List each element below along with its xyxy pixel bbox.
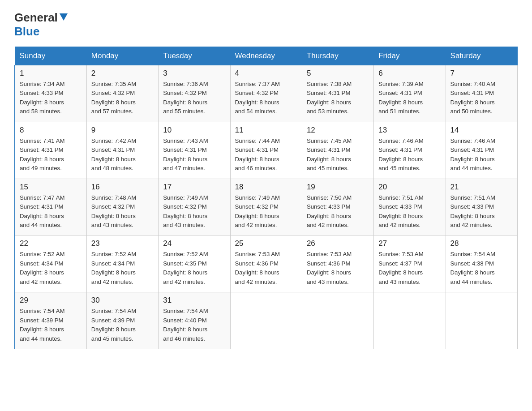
day-cell: 27 Sunrise: 7:53 AMSunset: 4:37 PMDaylig… — [374, 235, 446, 292]
day-info: Sunrise: 7:53 AMSunset: 4:37 PMDaylight:… — [378, 250, 441, 287]
day-info: Sunrise: 7:54 AMSunset: 4:39 PMDaylight:… — [20, 307, 82, 343]
day-info: Sunrise: 7:39 AMSunset: 4:31 PMDaylight:… — [378, 80, 441, 116]
day-info: Sunrise: 7:54 AMSunset: 4:40 PMDaylight:… — [163, 307, 225, 343]
day-cell: 1 Sunrise: 7:34 AMSunset: 4:33 PMDayligh… — [15, 65, 86, 122]
week-row-2: 8 Sunrise: 7:41 AMSunset: 4:31 PMDayligh… — [15, 122, 518, 179]
day-cell: 15 Sunrise: 7:47 AMSunset: 4:31 PMDaylig… — [15, 179, 86, 235]
day-cell: 20 Sunrise: 7:51 AMSunset: 4:33 PMDaylig… — [374, 179, 446, 235]
day-number: 18 — [235, 183, 297, 192]
header-thursday: Thursday — [302, 47, 373, 65]
day-cell: 13 Sunrise: 7:46 AMSunset: 4:31 PMDaylig… — [374, 122, 446, 179]
day-info: Sunrise: 7:45 AMSunset: 4:31 PMDaylight:… — [307, 137, 369, 173]
day-cell: 19 Sunrise: 7:50 AMSunset: 4:33 PMDaylig… — [302, 179, 373, 235]
day-cell: 21 Sunrise: 7:51 AMSunset: 4:33 PMDaylig… — [446, 179, 517, 235]
day-cell: 17 Sunrise: 7:49 AMSunset: 4:32 PMDaylig… — [159, 179, 230, 235]
day-number: 1 — [20, 69, 82, 78]
day-info: Sunrise: 7:38 AMSunset: 4:31 PMDaylight:… — [307, 80, 369, 116]
day-number: 21 — [450, 183, 513, 192]
day-cell: 25 Sunrise: 7:53 AMSunset: 4:36 PMDaylig… — [230, 235, 302, 292]
day-info: Sunrise: 7:50 AMSunset: 4:33 PMDaylight:… — [307, 193, 369, 230]
day-cell: 8 Sunrise: 7:41 AMSunset: 4:31 PMDayligh… — [15, 122, 86, 179]
day-info: Sunrise: 7:37 AMSunset: 4:32 PMDaylight:… — [235, 80, 297, 116]
day-cell: 7 Sunrise: 7:40 AMSunset: 4:31 PMDayligh… — [446, 65, 517, 122]
week-row-4: 22 Sunrise: 7:52 AMSunset: 4:34 PMDaylig… — [15, 235, 518, 292]
day-info: Sunrise: 7:34 AMSunset: 4:33 PMDaylight:… — [20, 80, 82, 116]
day-cell — [446, 292, 517, 349]
day-number: 28 — [450, 239, 513, 248]
day-number: 2 — [91, 69, 154, 78]
day-number: 23 — [91, 239, 154, 248]
day-cell: 11 Sunrise: 7:44 AMSunset: 4:31 PMDaylig… — [230, 122, 302, 179]
header-friday: Friday — [374, 47, 446, 65]
calendar-header-row: SundayMondayTuesdayWednesdayThursdayFrid… — [15, 47, 518, 65]
day-info: Sunrise: 7:48 AMSunset: 4:32 PMDaylight:… — [91, 193, 154, 230]
day-cell: 30 Sunrise: 7:54 AMSunset: 4:39 PMDaylig… — [86, 292, 158, 349]
day-number: 30 — [91, 296, 154, 305]
day-info: Sunrise: 7:46 AMSunset: 4:31 PMDaylight:… — [378, 137, 441, 173]
day-number: 13 — [378, 126, 441, 135]
day-number: 22 — [20, 239, 82, 248]
header-sunday: Sunday — [15, 47, 86, 65]
day-info: Sunrise: 7:54 AMSunset: 4:38 PMDaylight:… — [450, 250, 513, 287]
calendar-body: 1 Sunrise: 7:34 AMSunset: 4:33 PMDayligh… — [15, 65, 518, 349]
header-monday: Monday — [86, 47, 158, 65]
day-info: Sunrise: 7:44 AMSunset: 4:31 PMDaylight:… — [235, 137, 297, 173]
logo-blue-text: Blue — [14, 25, 39, 38]
day-info: Sunrise: 7:42 AMSunset: 4:31 PMDaylight:… — [91, 137, 154, 173]
day-info: Sunrise: 7:43 AMSunset: 4:31 PMDaylight:… — [163, 137, 225, 173]
week-row-3: 15 Sunrise: 7:47 AMSunset: 4:31 PMDaylig… — [15, 179, 518, 235]
day-info: Sunrise: 7:36 AMSunset: 4:32 PMDaylight:… — [163, 80, 225, 116]
day-cell — [230, 292, 302, 349]
day-info: Sunrise: 7:53 AMSunset: 4:36 PMDaylight:… — [235, 250, 297, 287]
day-number: 17 — [163, 183, 225, 192]
week-row-1: 1 Sunrise: 7:34 AMSunset: 4:33 PMDayligh… — [15, 65, 518, 122]
day-number: 3 — [163, 69, 225, 78]
day-cell — [374, 292, 446, 349]
logo: General Blue — [14, 11, 69, 39]
day-number: 24 — [163, 239, 225, 248]
day-number: 4 — [235, 69, 297, 78]
day-number: 15 — [20, 183, 82, 192]
day-number: 14 — [450, 126, 513, 135]
day-number: 31 — [163, 296, 225, 305]
day-info: Sunrise: 7:49 AMSunset: 4:32 PMDaylight:… — [163, 193, 225, 230]
day-info: Sunrise: 7:41 AMSunset: 4:31 PMDaylight:… — [20, 137, 82, 173]
day-number: 8 — [20, 126, 82, 135]
day-info: Sunrise: 7:52 AMSunset: 4:34 PMDaylight:… — [20, 250, 82, 287]
day-info: Sunrise: 7:53 AMSunset: 4:36 PMDaylight:… — [307, 250, 369, 287]
day-number: 29 — [20, 296, 82, 305]
day-cell: 23 Sunrise: 7:52 AMSunset: 4:34 PMDaylig… — [86, 235, 158, 292]
day-info: Sunrise: 7:52 AMSunset: 4:34 PMDaylight:… — [91, 250, 154, 287]
day-info: Sunrise: 7:52 AMSunset: 4:35 PMDaylight:… — [163, 250, 225, 287]
day-number: 26 — [307, 239, 369, 248]
day-number: 27 — [378, 239, 441, 248]
day-info: Sunrise: 7:51 AMSunset: 4:33 PMDaylight:… — [450, 193, 513, 230]
day-info: Sunrise: 7:54 AMSunset: 4:39 PMDaylight:… — [91, 307, 154, 343]
day-cell: 24 Sunrise: 7:52 AMSunset: 4:35 PMDaylig… — [159, 235, 230, 292]
day-cell: 3 Sunrise: 7:36 AMSunset: 4:32 PMDayligh… — [159, 65, 230, 122]
day-cell: 6 Sunrise: 7:39 AMSunset: 4:31 PMDayligh… — [374, 65, 446, 122]
page-header: General Blue — [14, 11, 518, 39]
day-info: Sunrise: 7:46 AMSunset: 4:31 PMDaylight:… — [450, 137, 513, 173]
day-info: Sunrise: 7:40 AMSunset: 4:31 PMDaylight:… — [450, 80, 513, 116]
day-cell: 2 Sunrise: 7:35 AMSunset: 4:32 PMDayligh… — [86, 65, 158, 122]
logo-general-text: General — [14, 11, 58, 25]
day-cell: 9 Sunrise: 7:42 AMSunset: 4:31 PMDayligh… — [86, 122, 158, 179]
day-cell: 26 Sunrise: 7:53 AMSunset: 4:36 PMDaylig… — [302, 235, 373, 292]
day-number: 20 — [378, 183, 441, 192]
day-cell: 14 Sunrise: 7:46 AMSunset: 4:31 PMDaylig… — [446, 122, 517, 179]
day-number: 5 — [307, 69, 369, 78]
day-number: 9 — [91, 126, 154, 135]
day-cell: 28 Sunrise: 7:54 AMSunset: 4:38 PMDaylig… — [446, 235, 517, 292]
week-row-5: 29 Sunrise: 7:54 AMSunset: 4:39 PMDaylig… — [15, 292, 518, 349]
header-wednesday: Wednesday — [230, 47, 302, 65]
day-info: Sunrise: 7:35 AMSunset: 4:32 PMDaylight:… — [91, 80, 154, 116]
day-number: 12 — [307, 126, 369, 135]
day-number: 11 — [235, 126, 297, 135]
day-cell: 16 Sunrise: 7:48 AMSunset: 4:32 PMDaylig… — [86, 179, 158, 235]
day-cell: 22 Sunrise: 7:52 AMSunset: 4:34 PMDaylig… — [15, 235, 86, 292]
day-number: 10 — [163, 126, 225, 135]
svg-marker-0 — [60, 13, 68, 21]
day-info: Sunrise: 7:47 AMSunset: 4:31 PMDaylight:… — [20, 193, 82, 230]
day-cell: 29 Sunrise: 7:54 AMSunset: 4:39 PMDaylig… — [15, 292, 86, 349]
